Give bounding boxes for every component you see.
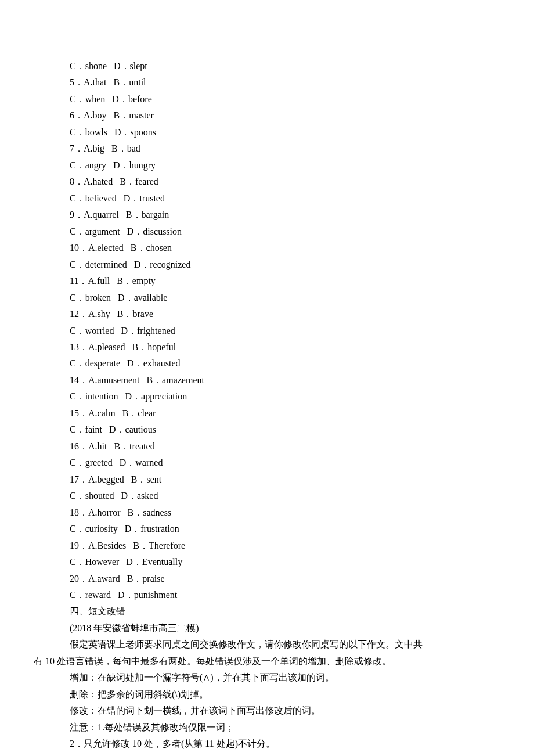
text-line: 18．A.horror B．sadness bbox=[34, 505, 500, 521]
text-line: C．broken D．available bbox=[34, 290, 500, 306]
text-line: 10．A.elected B．chosen bbox=[34, 240, 500, 256]
text-line: C．However D．Eventually bbox=[34, 554, 500, 570]
text-line: 17．A.begged B．sent bbox=[34, 471, 500, 488]
text-line: C．believed D．trusted bbox=[34, 190, 500, 207]
text-line: C．faint D．cautious bbox=[34, 422, 500, 438]
text-line: 有 10 处语言错误，每句中最多有两处。每处错误仅涉及一个单词的增加、删除或修改… bbox=[34, 653, 500, 669]
text-line: 9．A.quarrel B．bargain bbox=[34, 207, 500, 223]
text-line: 11．A.full B．empty bbox=[34, 273, 500, 289]
text-line: C．reward D．punishment bbox=[34, 587, 500, 603]
document-body: C．shone D．slept5．A.that B．untilC．when D．… bbox=[34, 58, 500, 756]
text-line: C．shone D．slept bbox=[34, 58, 500, 74]
text-line: C．desperate D．exhausted bbox=[34, 355, 500, 372]
text-line: 13．A.pleased B．hopeful bbox=[34, 339, 500, 355]
text-line: (2018 年安徽省蚌埠市高三二模) bbox=[34, 620, 500, 636]
text-line: 19．A.Besides B．Therefore bbox=[34, 538, 500, 554]
text-line: 20．A.award B．praise bbox=[34, 571, 500, 587]
text-line: 6．A.boy B．master bbox=[34, 107, 500, 124]
text-line: C．curiosity D．frustration bbox=[34, 521, 500, 537]
text-line: C．angry D．hungry bbox=[34, 157, 500, 174]
text-line: 7．A.big B．bad bbox=[34, 141, 500, 157]
text-line: 14．A.amusement B．amazement bbox=[34, 372, 500, 388]
text-line: C．determined D．recognized bbox=[34, 257, 500, 273]
text-line: C．greeted D．warned bbox=[34, 455, 500, 471]
text-line: C．worried D．frightened bbox=[34, 323, 500, 339]
text-line: C．shouted D．asked bbox=[34, 488, 500, 504]
text-line: 假定英语课上老师要求同桌之间交换修改作文，请你修改你同桌写的以下作文。文中共 bbox=[34, 636, 500, 653]
text-line: 8．A.hated B．feared bbox=[34, 174, 500, 190]
text-line: 修改：在错的词下划一横线，并在该词下面写出修改后的词。 bbox=[34, 703, 500, 719]
text-line: 增加：在缺词处加一个漏字符号(∧)，并在其下面写出该加的词。 bbox=[34, 669, 500, 686]
text-line: C．argument D．discussion bbox=[34, 224, 500, 240]
text-line: 5．A.that B．until bbox=[34, 74, 500, 91]
text-line: 15．A.calm B．clear bbox=[34, 405, 500, 422]
text-line: C．when D．before bbox=[34, 91, 500, 107]
text-line: Last week we held a discussion on which … bbox=[34, 753, 500, 756]
text-line: 注意：1.每处错误及其修改均仅限一词； bbox=[34, 719, 500, 736]
text-line: 16．A.hit B．treated bbox=[34, 438, 500, 455]
text-line: 删除：把多余的词用斜线(\)划掉。 bbox=[34, 686, 500, 703]
text-line: 2．只允许修改 10 处，多者(从第 11 处起)不计分。 bbox=[34, 736, 500, 752]
text-line: C．intention D．appreciation bbox=[34, 388, 500, 405]
text-line: 12．A.shy B．brave bbox=[34, 306, 500, 322]
text-line: 四、短文改错 bbox=[34, 603, 500, 620]
text-line: C．bowls D．spoons bbox=[34, 124, 500, 141]
